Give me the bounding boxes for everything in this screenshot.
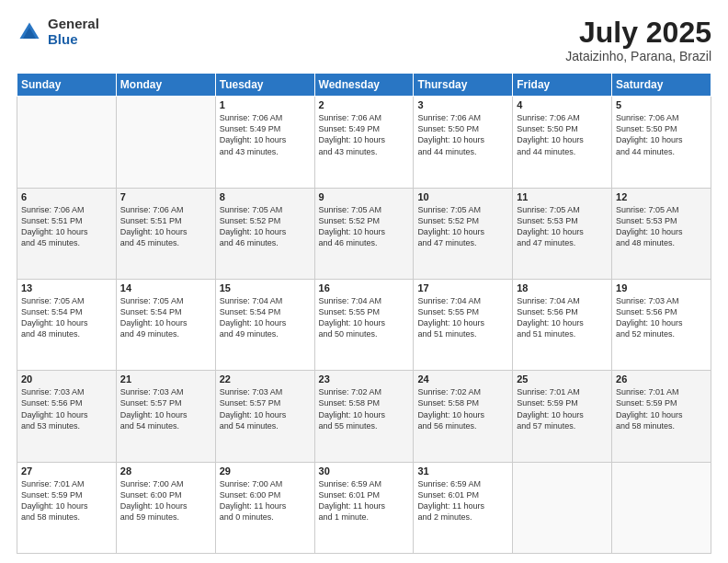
calendar-cell: 13Sunrise: 7:05 AM Sunset: 5:54 PM Dayli… — [17, 279, 117, 370]
day-info: Sunrise: 7:02 AM Sunset: 5:58 PM Dayligh… — [417, 386, 508, 431]
day-info: Sunrise: 7:03 AM Sunset: 5:56 PM Dayligh… — [616, 295, 707, 340]
header-cell-monday: Monday — [116, 74, 215, 97]
calendar-cell: 20Sunrise: 7:03 AM Sunset: 5:56 PM Dayli… — [17, 371, 117, 462]
calendar-cell — [116, 97, 215, 188]
day-number: 30 — [319, 465, 410, 477]
day-number: 4 — [517, 99, 608, 110]
calendar: SundayMondayTuesdayWednesdayThursdayFrid… — [17, 73, 711, 554]
day-number: 9 — [319, 191, 410, 202]
day-number: 27 — [21, 465, 112, 477]
calendar-cell — [612, 462, 711, 553]
day-info: Sunrise: 6:59 AM Sunset: 6:01 PM Dayligh… — [417, 478, 508, 523]
day-info: Sunrise: 7:04 AM Sunset: 5:56 PM Dayligh… — [517, 295, 608, 340]
week-row-4: 20Sunrise: 7:03 AM Sunset: 5:56 PM Dayli… — [17, 371, 711, 462]
day-info: Sunrise: 7:01 AM Sunset: 5:59 PM Dayligh… — [21, 478, 112, 523]
day-number: 26 — [616, 373, 707, 385]
day-number: 31 — [417, 465, 508, 477]
header-cell-saturday: Saturday — [612, 74, 711, 97]
logo-general-text: General — [48, 17, 99, 32]
day-number: 25 — [517, 373, 608, 385]
logo-icon — [17, 19, 42, 45]
day-number: 28 — [120, 465, 211, 477]
day-number: 11 — [517, 191, 608, 202]
calendar-cell — [17, 97, 117, 188]
calendar-cell: 25Sunrise: 7:01 AM Sunset: 5:59 PM Dayli… — [513, 371, 612, 462]
calendar-cell: 14Sunrise: 7:05 AM Sunset: 5:54 PM Dayli… — [116, 279, 215, 370]
day-number: 1 — [220, 99, 311, 110]
day-info: Sunrise: 7:03 AM Sunset: 5:57 PM Dayligh… — [120, 386, 211, 431]
day-info: Sunrise: 7:05 AM Sunset: 5:53 PM Dayligh… — [616, 204, 707, 249]
calendar-cell: 30Sunrise: 6:59 AM Sunset: 6:01 PM Dayli… — [314, 462, 414, 553]
day-info: Sunrise: 7:05 AM Sunset: 5:53 PM Dayligh… — [517, 204, 608, 249]
day-info: Sunrise: 7:01 AM Sunset: 5:59 PM Dayligh… — [517, 386, 608, 431]
calendar-cell: 16Sunrise: 7:04 AM Sunset: 5:55 PM Dayli… — [314, 279, 414, 370]
day-number: 8 — [220, 191, 311, 202]
day-info: Sunrise: 6:59 AM Sunset: 6:01 PM Dayligh… — [319, 478, 410, 523]
calendar-cell: 27Sunrise: 7:01 AM Sunset: 5:59 PM Dayli… — [17, 462, 117, 553]
day-number: 29 — [220, 465, 311, 477]
calendar-cell: 24Sunrise: 7:02 AM Sunset: 5:58 PM Dayli… — [414, 371, 513, 462]
day-info: Sunrise: 7:04 AM Sunset: 5:55 PM Dayligh… — [319, 295, 410, 340]
week-row-1: 1Sunrise: 7:06 AM Sunset: 5:49 PM Daylig… — [17, 97, 711, 188]
week-row-5: 27Sunrise: 7:01 AM Sunset: 5:59 PM Dayli… — [17, 462, 711, 553]
day-number: 15 — [220, 282, 311, 293]
day-info: Sunrise: 7:06 AM Sunset: 5:50 PM Dayligh… — [517, 112, 608, 157]
day-number: 24 — [417, 373, 508, 385]
header: General Blue July 2025 Jataizinho, Paran… — [17, 17, 711, 63]
week-row-3: 13Sunrise: 7:05 AM Sunset: 5:54 PM Dayli… — [17, 279, 711, 370]
day-info: Sunrise: 7:05 AM Sunset: 5:52 PM Dayligh… — [220, 204, 311, 249]
calendar-cell: 18Sunrise: 7:04 AM Sunset: 5:56 PM Dayli… — [513, 279, 612, 370]
calendar-cell: 1Sunrise: 7:06 AM Sunset: 5:49 PM Daylig… — [215, 97, 314, 188]
logo-blue-text: Blue — [48, 32, 99, 48]
day-number: 6 — [21, 191, 112, 202]
day-info: Sunrise: 7:06 AM Sunset: 5:50 PM Dayligh… — [616, 112, 707, 157]
header-cell-tuesday: Tuesday — [215, 74, 314, 97]
logo: General Blue — [17, 17, 99, 47]
subtitle: Jataizinho, Parana, Brazil — [565, 49, 711, 63]
day-number: 19 — [616, 282, 707, 293]
calendar-cell: 15Sunrise: 7:04 AM Sunset: 5:54 PM Dayli… — [215, 279, 314, 370]
day-info: Sunrise: 7:06 AM Sunset: 5:51 PM Dayligh… — [21, 204, 112, 249]
day-number: 7 — [120, 191, 211, 202]
day-info: Sunrise: 7:03 AM Sunset: 5:57 PM Dayligh… — [220, 386, 311, 431]
calendar-cell: 7Sunrise: 7:06 AM Sunset: 5:51 PM Daylig… — [116, 188, 215, 279]
header-row: SundayMondayTuesdayWednesdayThursdayFrid… — [17, 74, 711, 97]
calendar-cell: 17Sunrise: 7:04 AM Sunset: 5:55 PM Dayli… — [414, 279, 513, 370]
calendar-cell: 12Sunrise: 7:05 AM Sunset: 5:53 PM Dayli… — [612, 188, 711, 279]
day-info: Sunrise: 7:05 AM Sunset: 5:52 PM Dayligh… — [417, 204, 508, 249]
calendar-cell: 29Sunrise: 7:00 AM Sunset: 6:00 PM Dayli… — [215, 462, 314, 553]
header-cell-friday: Friday — [513, 74, 612, 97]
calendar-cell: 6Sunrise: 7:06 AM Sunset: 5:51 PM Daylig… — [17, 188, 117, 279]
calendar-cell: 22Sunrise: 7:03 AM Sunset: 5:57 PM Dayli… — [215, 371, 314, 462]
day-info: Sunrise: 7:05 AM Sunset: 5:52 PM Dayligh… — [319, 204, 410, 249]
calendar-cell: 8Sunrise: 7:05 AM Sunset: 5:52 PM Daylig… — [215, 188, 314, 279]
calendar-cell: 4Sunrise: 7:06 AM Sunset: 5:50 PM Daylig… — [513, 97, 612, 188]
calendar-cell: 5Sunrise: 7:06 AM Sunset: 5:50 PM Daylig… — [612, 97, 711, 188]
day-info: Sunrise: 7:02 AM Sunset: 5:58 PM Dayligh… — [319, 386, 410, 431]
header-cell-wednesday: Wednesday — [314, 74, 414, 97]
calendar-cell: 19Sunrise: 7:03 AM Sunset: 5:56 PM Dayli… — [612, 279, 711, 370]
day-info: Sunrise: 7:06 AM Sunset: 5:49 PM Dayligh… — [220, 112, 311, 157]
main-title: July 2025 — [565, 17, 711, 49]
title-block: July 2025 Jataizinho, Parana, Brazil — [565, 17, 711, 63]
calendar-cell: 28Sunrise: 7:00 AM Sunset: 6:00 PM Dayli… — [116, 462, 215, 553]
calendar-cell — [513, 462, 612, 553]
day-info: Sunrise: 7:05 AM Sunset: 5:54 PM Dayligh… — [21, 295, 112, 340]
day-number: 2 — [319, 99, 410, 110]
calendar-cell: 11Sunrise: 7:05 AM Sunset: 5:53 PM Dayli… — [513, 188, 612, 279]
calendar-cell: 2Sunrise: 7:06 AM Sunset: 5:49 PM Daylig… — [314, 97, 414, 188]
header-cell-thursday: Thursday — [414, 74, 513, 97]
day-number: 5 — [616, 99, 707, 110]
day-number: 13 — [21, 282, 112, 293]
day-number: 20 — [21, 373, 112, 385]
day-number: 18 — [517, 282, 608, 293]
day-number: 16 — [319, 282, 410, 293]
logo-text: General Blue — [48, 17, 99, 47]
day-info: Sunrise: 7:04 AM Sunset: 5:55 PM Dayligh… — [417, 295, 508, 340]
day-info: Sunrise: 7:00 AM Sunset: 6:00 PM Dayligh… — [120, 478, 211, 523]
day-info: Sunrise: 7:06 AM Sunset: 5:51 PM Dayligh… — [120, 204, 211, 249]
calendar-cell: 26Sunrise: 7:01 AM Sunset: 5:59 PM Dayli… — [612, 371, 711, 462]
day-number: 3 — [417, 99, 508, 110]
day-info: Sunrise: 7:05 AM Sunset: 5:54 PM Dayligh… — [120, 295, 211, 340]
day-number: 23 — [319, 373, 410, 385]
